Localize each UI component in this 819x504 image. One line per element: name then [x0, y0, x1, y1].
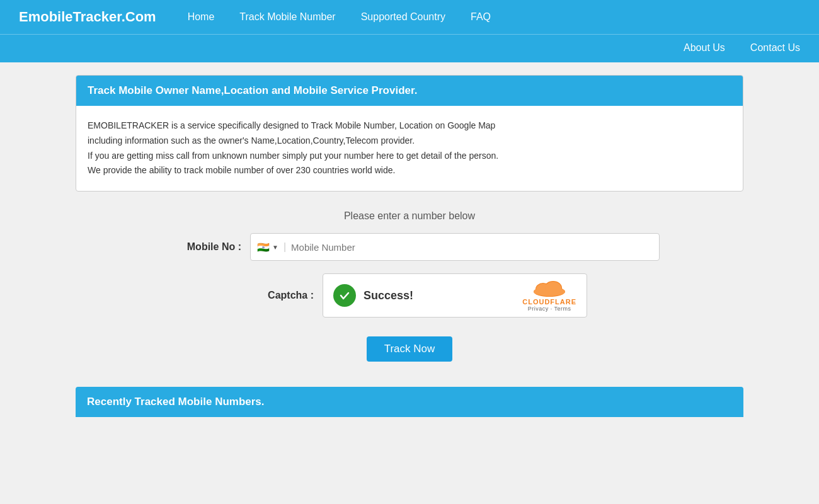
track-btn-row: Track Now — [76, 330, 743, 362]
nav-faq[interactable]: FAQ — [471, 11, 491, 23]
recently-tracked-section: Recently Tracked Mobile Numbers. — [63, 387, 756, 417]
mobile-row: Mobile No : 🇮🇳 ▼ | — [76, 233, 743, 261]
info-line: including information such as the owner'… — [88, 134, 731, 149]
captcha-label: Captcha : — [232, 290, 314, 301]
captcha-success-text: Success! — [364, 289, 413, 302]
track-now-button[interactable]: Track Now — [367, 336, 453, 362]
svg-point-5 — [545, 282, 561, 294]
info-box-title: Track Mobile Owner Name,Location and Mob… — [88, 84, 417, 96]
form-label-top: Please enter a number below — [76, 210, 743, 222]
logo[interactable]: EmobileTracker.Com — [19, 9, 156, 25]
flag-dropdown-arrow[interactable]: ▼ — [272, 244, 278, 251]
mobile-input-wrapper: 🇮🇳 ▼ | — [250, 233, 660, 261]
info-line: EMOBILETRACKER is a service specifically… — [88, 118, 731, 134]
info-box-body: EMOBILETRACKER is a service specifically… — [76, 106, 743, 191]
info-box: Track Mobile Owner Name,Location and Mob… — [76, 75, 743, 192]
main-content: Track Mobile Owner Name,Location and Mob… — [63, 75, 756, 362]
header-top: EmobileTracker.Com Home Track Mobile Num… — [0, 0, 819, 34]
cloudflare-logo: CLOUDFLARE Privacy · Terms — [522, 279, 576, 312]
nav-track-mobile[interactable]: Track Mobile Number — [239, 11, 335, 23]
recently-tracked-title: Recently Tracked Mobile Numbers. — [87, 396, 265, 408]
header: EmobileTracker.Com Home Track Mobile Num… — [0, 0, 819, 62]
nav-contact-us[interactable]: Contact Us — [750, 42, 800, 54]
header-bottom: About Us Contact Us — [0, 34, 819, 62]
nav-about-us[interactable]: About Us — [684, 42, 725, 54]
flag-icon: 🇮🇳 — [257, 241, 270, 253]
form-section: Please enter a number below Mobile No : … — [76, 210, 743, 362]
info-box-header: Track Mobile Owner Name,Location and Mob… — [76, 76, 743, 106]
mobile-label: Mobile No : — [159, 241, 241, 253]
captcha-row: Captcha : Success! — [76, 273, 743, 318]
cloudflare-cloud: CLOUDFLARE Privacy · Terms — [522, 279, 576, 312]
nav-home[interactable]: Home — [188, 11, 215, 23]
mobile-number-input[interactable] — [291, 242, 653, 253]
cloudflare-name: CLOUDFLARE — [522, 298, 576, 306]
captcha-box: Success! CLOUDF — [323, 273, 587, 318]
info-line: We provide the ability to track mobile n… — [88, 163, 731, 178]
captcha-success-icon — [333, 284, 356, 307]
cloudflare-tagline: Privacy · Terms — [528, 306, 571, 312]
captcha-left: Success! — [333, 284, 413, 307]
nav-supported-country[interactable]: Supported Country — [361, 11, 445, 23]
info-line: If you are getting miss call from unknow… — [88, 149, 731, 164]
separator: | — [284, 241, 286, 253]
recently-tracked-header: Recently Tracked Mobile Numbers. — [76, 387, 743, 417]
